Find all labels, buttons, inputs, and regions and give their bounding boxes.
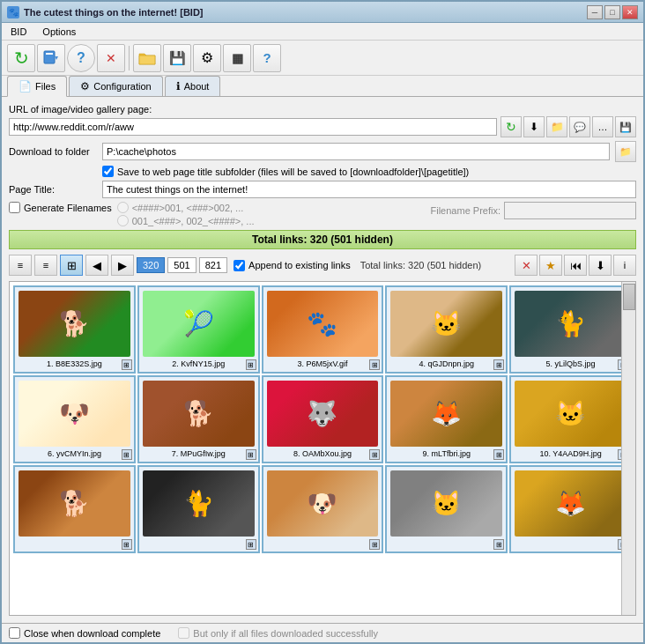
image-cell[interactable]: 🐕1. B8E332S.jpg⊞ — [13, 285, 136, 374]
tabs-bar: 📄 Files ⚙ Configuration ℹ About — [2, 76, 643, 97]
url-buttons: ↻ ⬇ 📁 💬 … 💾 — [500, 116, 636, 137]
image-toolbar: ≡ ≡ ⊞ ◀ ▶ 320 501 821 Append to existing… — [9, 253, 636, 278]
tab-configuration[interactable]: ⚙ Configuration — [69, 76, 162, 96]
radio-options: <####>001, <###>002, ... 001_<###>, 002_… — [117, 202, 426, 226]
title-buttons: ─ □ ✕ — [587, 5, 638, 19]
down-button[interactable]: ⬇ — [589, 255, 612, 276]
tab-about[interactable]: ℹ About — [165, 76, 221, 96]
image-cell[interactable]: 🐱10. Y4AAD9H.jpg⊞ — [509, 375, 632, 463]
image-corner-icon: ⊞ — [369, 359, 380, 370]
maximize-button[interactable]: □ — [604, 5, 620, 19]
url-label: URL of image/video gallery page: — [9, 104, 636, 115]
content-area: URL of image/video gallery page: ↻ ⬇ 📁 💬… — [2, 97, 643, 623]
image-corner-icon: ⊞ — [122, 449, 132, 460]
image-cell[interactable]: 🎾2. KvfNY15.jpg⊞ — [137, 285, 260, 374]
select-none-button[interactable]: ≡ — [34, 255, 57, 276]
append-checkbox[interactable] — [234, 260, 245, 271]
save-file-button[interactable]: 💾 — [163, 44, 191, 72]
image-cell[interactable]: 🐱⊞ — [385, 465, 508, 553]
grid-view-button[interactable]: ▦ — [223, 44, 251, 72]
svg-rect-2 — [46, 53, 53, 55]
image-cell[interactable]: 🐱4. qGJDnpn.jpg⊞ — [385, 285, 508, 374]
url-chat-button[interactable]: 💬 — [569, 116, 590, 137]
radio-option2[interactable] — [117, 215, 129, 226]
filename-prefix-input[interactable] — [504, 202, 636, 219]
url-row: URL of image/video gallery page: ↻ ⬇ 📁 💬… — [9, 104, 636, 137]
menu-bid[interactable]: BID — [7, 26, 30, 38]
folder-icon — [138, 50, 156, 66]
radio-option1-label: <####>001, <###>002, ... — [132, 203, 244, 213]
generate-checkbox-group: Generate Filenames — [9, 202, 112, 213]
img-info-button[interactable]: i — [613, 255, 636, 276]
image-filename: 10. Y4AAD9H.jpg — [539, 449, 601, 458]
image-filename: 7. MPuGfIw.jpg — [172, 449, 226, 458]
close-on-complete-group: Close when download complete — [9, 627, 160, 639]
image-corner-icon: ⊞ — [493, 449, 504, 460]
download-button[interactable] — [37, 44, 65, 72]
next-page-button[interactable]: ▶ — [111, 255, 134, 276]
image-grid-container: 🐕1. B8E332S.jpg⊞🎾2. KvfNY15.jpg⊞🐾3. P6M5… — [9, 281, 636, 616]
prev-page-button[interactable]: ◀ — [85, 255, 108, 276]
image-cell[interactable]: 🐈⊞ — [137, 465, 260, 553]
links-banner-text: Total links: 320 (501 hidden) — [252, 233, 393, 246]
image-corner-icon: ⊞ — [122, 359, 132, 370]
delete-button[interactable]: ✕ — [515, 255, 538, 276]
grid-view-images-button[interactable]: ⊞ — [60, 255, 83, 276]
image-cell[interactable]: 🐶⊞ — [262, 465, 384, 553]
image-corner-icon: ⊞ — [493, 359, 504, 370]
image-cell[interactable]: 🐺8. OAMbXou.jpg⊞ — [262, 375, 384, 463]
append-label: Append to existing links — [248, 260, 351, 270]
image-corner-icon: ⊞ — [493, 539, 504, 550]
stop-button[interactable]: ✕ — [97, 44, 125, 72]
svg-marker-1 — [55, 56, 58, 60]
save-subfolder-checkbox[interactable] — [102, 166, 114, 177]
scrollbar[interactable] — [621, 282, 635, 615]
generate-filenames-checkbox[interactable] — [9, 202, 20, 213]
image-filename: 8. OAMbXou.jpg — [293, 449, 352, 458]
append-checkbox-group: Append to existing links — [234, 260, 351, 271]
title-bar-left: 🐾 The cutest things on the internet! [BI… — [7, 6, 204, 19]
star-button[interactable]: ★ — [539, 255, 562, 276]
close-on-complete-checkbox[interactable] — [9, 627, 20, 639]
select-all-button[interactable]: ≡ — [9, 255, 32, 276]
refresh-button[interactable]: ↻ — [7, 44, 35, 72]
but-only-checkbox[interactable] — [178, 627, 189, 639]
total-links-text: Total links: 320 (501 hidden) — [360, 260, 482, 270]
folder-open-button[interactable] — [133, 44, 161, 72]
image-filename: 6. yvCMYIn.jpg — [48, 449, 101, 458]
status-bar: Close when download complete But only if… — [2, 623, 643, 642]
prev-button[interactable]: ⏮ — [564, 255, 587, 276]
folder-browse-button[interactable]: 📁 — [615, 141, 636, 162]
main-window: 🐾 The cutest things on the internet! [BI… — [0, 0, 645, 644]
minimize-button[interactable]: ─ — [587, 5, 603, 19]
url-refresh-button[interactable]: ↻ — [500, 116, 522, 137]
tab-configuration-label: Configuration — [93, 81, 151, 92]
links-banner: Total links: 320 (501 hidden) — [9, 230, 636, 249]
image-cell[interactable]: 🐶6. yvCMYIn.jpg⊞ — [13, 375, 136, 463]
settings-gear-button[interactable]: ⚙ — [193, 44, 221, 72]
menu-options[interactable]: Options — [39, 26, 79, 38]
image-cell[interactable]: 🐕⊞ — [13, 465, 136, 553]
scrollbar-thumb[interactable] — [623, 284, 635, 310]
separator-1 — [129, 46, 130, 70]
filename-prefix-group: Filename Prefix: — [431, 202, 636, 219]
folder-input[interactable] — [102, 143, 610, 160]
image-cell[interactable]: 🐾3. P6M5jxV.gif⊞ — [262, 285, 384, 374]
radio-option1[interactable] — [117, 202, 129, 213]
generate-filenames-label: Generate Filenames — [24, 203, 112, 213]
url-save-button[interactable]: 💾 — [615, 116, 636, 137]
close-button[interactable]: ✕ — [622, 5, 638, 19]
help-button[interactable]: ? — [67, 44, 95, 72]
url-input[interactable] — [9, 118, 497, 136]
page-title-input[interactable] — [102, 181, 636, 198]
url-folder-button[interactable]: 📁 — [546, 116, 567, 137]
image-cell[interactable]: 🐕7. MPuGfIw.jpg⊞ — [137, 375, 260, 463]
about-info-button[interactable]: ? — [253, 44, 281, 72]
image-cell[interactable]: 🐈5. yLilQbS.jpg⊞ — [509, 285, 632, 374]
image-corner-icon: ⊞ — [246, 539, 256, 550]
url-more-button[interactable]: … — [592, 116, 613, 137]
url-download-button[interactable]: ⬇ — [523, 116, 545, 137]
image-cell[interactable]: 🦊9. mLTfbri.jpg⊞ — [385, 375, 508, 463]
image-cell[interactable]: 🦊⊞ — [509, 465, 632, 553]
tab-files[interactable]: 📄 Files — [7, 76, 67, 97]
